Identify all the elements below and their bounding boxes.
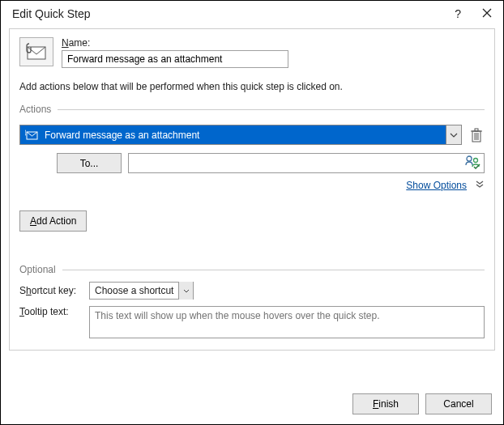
instruction-text: Add actions below that will be performed… <box>19 81 485 92</box>
tooltip-text-label: Tooltip text: <box>19 306 83 338</box>
svg-rect-6 <box>475 129 478 131</box>
show-options-link[interactable]: Show Options <box>406 180 467 191</box>
quick-step-icon-box <box>19 37 53 66</box>
shortcut-dropdown-button[interactable] <box>178 282 193 300</box>
envelope-attachment-icon <box>24 42 49 62</box>
name-label: Name: <box>62 37 288 49</box>
action-dropdown-button[interactable] <box>446 125 462 145</box>
help-button[interactable]: ? <box>455 7 461 20</box>
chevron-down-icon <box>183 289 190 293</box>
finish-button[interactable]: Finish <box>352 393 419 414</box>
trash-icon <box>471 128 482 142</box>
divider <box>62 270 485 270</box>
address-book-icon <box>464 155 481 169</box>
shortcut-key-label: Shortcut key: <box>19 285 83 296</box>
address-book-button[interactable] <box>464 155 481 172</box>
actions-section-label: Actions <box>19 104 51 115</box>
svg-point-10 <box>467 156 472 161</box>
cancel-button[interactable]: Cancel <box>425 393 492 414</box>
optional-section-label: Optional <box>19 264 56 275</box>
expand-options-button[interactable] <box>475 178 485 193</box>
chevron-down-icon <box>450 133 458 138</box>
double-chevron-down-icon <box>475 180 485 189</box>
tooltip-text-input[interactable] <box>89 306 485 338</box>
svg-point-11 <box>474 158 478 162</box>
shortcut-selected-text: Choose a shortcut <box>90 285 178 296</box>
action-type-select[interactable]: Forward message as an attachment <box>19 125 462 145</box>
delete-action-button[interactable] <box>468 126 485 144</box>
title-bar: Edit Quick Step ? <box>1 1 503 25</box>
add-action-button[interactable]: Add Action <box>19 210 87 232</box>
name-input[interactable] <box>62 50 288 68</box>
action-selected-text: Forward message as an attachment <box>45 130 199 141</box>
divider <box>58 109 485 110</box>
close-button[interactable] <box>482 7 492 20</box>
forward-attachment-icon <box>25 130 40 141</box>
to-input[interactable] <box>129 155 464 172</box>
shortcut-key-select[interactable]: Choose a shortcut <box>89 282 194 300</box>
content-panel: Name: Add actions below that will be per… <box>9 28 495 351</box>
to-button[interactable]: To... <box>57 153 122 173</box>
close-icon <box>482 8 492 18</box>
dialog-title: Edit Quick Step <box>12 7 91 20</box>
